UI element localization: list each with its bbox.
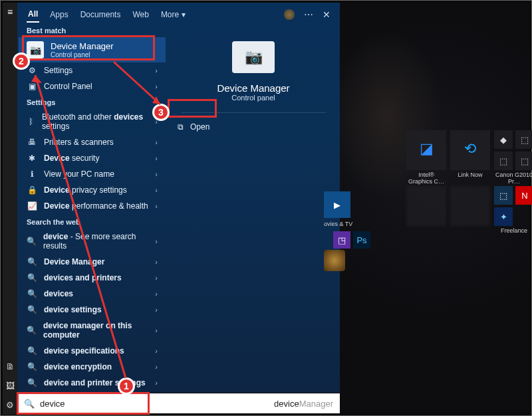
open-action[interactable]: ⧉ Open: [178, 122, 209, 132]
tile-link-now[interactable]: ⟲ Link Now: [450, 130, 490, 181]
mini-tile-icon[interactable]: ⬚: [494, 152, 513, 170]
preview-divider: [181, 112, 326, 113]
result-label: View your PC name: [44, 169, 114, 179]
chevron-right-icon: ›: [155, 118, 158, 126]
chevron-right-icon: ›: [155, 186, 158, 194]
settings-list-item[interactable]: ✱Device security›: [17, 150, 167, 166]
mini-tile-icon[interactable]: ⬚: [494, 186, 513, 205]
web-list-item[interactable]: 🔍device settings›: [17, 302, 167, 318]
start-left-rail: ≡ 🗎 🖼 ⚙: [3, 3, 17, 415]
web-list-item[interactable]: 🔍device and printer settings›: [17, 375, 167, 391]
search-icon: 🔍: [27, 346, 37, 356]
hamburger-icon[interactable]: ≡: [3, 3, 17, 21]
result-icon: ✱: [27, 154, 37, 163]
web-list-item[interactable]: 🔍devices›: [17, 286, 167, 302]
search-panel: All Apps Documents Web More ▾ ⋯ ✕ Best m…: [17, 3, 340, 393]
web-list-item[interactable]: 🔍devices and printers›: [17, 270, 167, 286]
start-tiles-area: ◪ Intel® Graphics C… ⟲ Link Now ◆ ⬚ ⬚ ⬚ …: [340, 3, 529, 413]
result-label: Device privacy settings: [44, 185, 127, 195]
best-match-item[interactable]: 📷 Device Manager Control panel: [19, 37, 166, 62]
more-options-icon[interactable]: ⋯: [304, 9, 313, 20]
tile-freelance[interactable]: ⬚ N ✦ Freelance: [494, 186, 532, 237]
open-label: Open: [190, 122, 209, 132]
profile-avatar[interactable]: [284, 9, 295, 20]
mini-tile-icon[interactable]: ⬚: [515, 152, 532, 170]
tile-blurred[interactable]: [450, 186, 490, 237]
rail-icon-pictures[interactable]: 🖼: [3, 376, 17, 395]
movies-tv-tile[interactable]: ▶: [324, 191, 350, 218]
results-column: Best match 📷 Device Manager Control pane…: [17, 23, 167, 393]
search-icon: 🔍: [24, 399, 35, 409]
web-list-item[interactable]: 🔍device manager on this computer›: [17, 318, 167, 343]
tile-canon-printer[interactable]: ◆ ⬚ ⬚ ⬚ Canon G2010 Pr…: [494, 130, 532, 181]
mini-tile-icon[interactable]: ⬚: [515, 130, 532, 149]
settings-list-item[interactable]: 🖶Printers & scanners›: [17, 134, 167, 150]
rail-icon-document[interactable]: 🗎: [3, 357, 17, 376]
apps-list-item[interactable]: ▣Control Panel›: [17, 78, 167, 94]
settings-list-item[interactable]: ᛒBluetooth and other devices settings›: [17, 109, 167, 134]
tab-more[interactable]: More ▾: [160, 7, 187, 22]
tab-apps[interactable]: Apps: [49, 7, 69, 22]
chevron-right-icon: ›: [155, 154, 158, 162]
result-label: device specifications: [44, 346, 124, 356]
search-icon: 🔍: [27, 362, 37, 371]
section-best-match: Best match: [17, 23, 167, 37]
tab-web[interactable]: Web: [131, 7, 150, 22]
photoshop-icon[interactable]: Ps: [353, 231, 370, 249]
search-icon: 🔍: [27, 305, 37, 314]
web-list-item[interactable]: 🔍device manager bluetooth›: [17, 391, 167, 393]
settings-list-item[interactable]: 📈Device performance & health›: [17, 198, 167, 214]
web-list-item[interactable]: 🔍device specifications›: [17, 343, 167, 359]
settings-list-item[interactable]: ℹView your PC name›: [17, 166, 167, 182]
best-match-title: Device Manager: [51, 41, 114, 51]
tile-intel-graphics[interactable]: ◪ Intel® Graphics C…: [406, 130, 446, 181]
chevron-right-icon: ›: [155, 82, 158, 90]
web-list-item[interactable]: 🔍device encryption›: [17, 359, 167, 375]
netflix-icon[interactable]: N: [515, 186, 532, 205]
section-search-web: Search the web: [17, 214, 167, 229]
tile-blurred[interactable]: [406, 186, 446, 237]
result-label: devices and printers: [44, 273, 122, 282]
apps-list-item[interactable]: ⚙Settings›: [17, 62, 167, 78]
result-label: device encryption: [44, 362, 112, 371]
chevron-right-icon: ›: [155, 66, 158, 74]
settings-list-item[interactable]: 🔒Device privacy settings›: [17, 182, 167, 198]
small-thumbnail[interactable]: [324, 250, 345, 271]
chevron-right-icon: ›: [155, 202, 158, 210]
tab-documents[interactable]: Documents: [79, 7, 122, 22]
web-list-item[interactable]: 🔍device - See more search results›: [17, 229, 167, 254]
disney-icon[interactable]: ✦: [494, 207, 513, 226]
app-tile-icon[interactable]: ◳: [333, 231, 350, 249]
result-label: Settings: [44, 66, 72, 75]
result-label: device settings: [44, 305, 102, 314]
result-icon: ▣: [27, 82, 37, 91]
chevron-right-icon: ›: [155, 138, 158, 146]
search-icon: 🔍: [27, 273, 37, 282]
result-label: Device security: [44, 154, 99, 163]
result-icon: 📈: [27, 201, 37, 211]
chevron-right-icon: ›: [155, 237, 158, 245]
chevron-right-icon: ›: [155, 306, 158, 314]
result-icon: ⚙: [27, 66, 37, 75]
result-icon: ᛒ: [27, 117, 35, 126]
result-label: devices: [44, 289, 73, 298]
web-list-item[interactable]: 🔍Device Manager›: [17, 254, 167, 270]
close-icon[interactable]: ✕: [323, 9, 331, 20]
chevron-right-icon: ›: [155, 258, 158, 266]
best-match-subtitle: Control panel: [51, 51, 114, 58]
search-bar[interactable]: 🔍 deviceManager: [17, 393, 340, 413]
chevron-right-icon: ›: [155, 170, 158, 178]
search-scope-tabs: All Apps Documents Web More ▾ ⋯ ✕: [17, 3, 340, 25]
preview-app-icon: 📷: [232, 41, 275, 73]
mini-tile-icon[interactable]: ◆: [494, 130, 513, 149]
chevron-right-icon: ›: [155, 326, 158, 334]
search-icon: 🔍: [27, 237, 37, 246]
tab-all[interactable]: All: [27, 7, 39, 23]
result-label: device manager on this computer: [43, 321, 148, 340]
device-manager-icon: 📷: [27, 41, 44, 58]
chevron-right-icon: ›: [155, 290, 158, 298]
chevron-right-icon: ›: [155, 274, 158, 282]
rail-icon-settings[interactable]: ⚙: [3, 395, 17, 415]
preview-column: 📷 Device Manager Control panel ⧉ Open: [167, 23, 340, 393]
result-icon: 🔒: [27, 185, 37, 195]
